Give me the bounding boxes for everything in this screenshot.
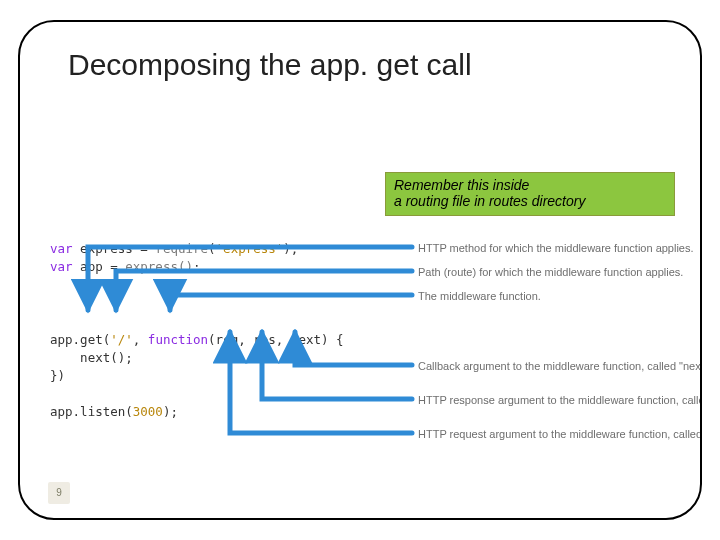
callout-line-1: Remember this inside xyxy=(394,177,666,193)
label-res-arg: HTTP response argument to the middleware… xyxy=(418,394,702,406)
label-req-arg: HTTP request argument to the middleware … xyxy=(418,428,702,440)
obj-app: app xyxy=(50,332,73,347)
label-middleware-fn: The middleware function. xyxy=(418,290,541,302)
str-express-arg: 'express' xyxy=(216,241,284,256)
str-path: '/' xyxy=(110,332,133,347)
label-next-arg: Callback argument to the middleware func… xyxy=(418,360,702,372)
kw-var2: var xyxy=(50,259,73,274)
code-block: var express = require('express'); var ap… xyxy=(50,240,344,421)
body-next: next(); xyxy=(50,350,133,365)
callout-box: Remember this inside a routing file in r… xyxy=(385,172,675,216)
fn-params: (req, res, next) xyxy=(208,332,328,347)
obj-app2: app xyxy=(50,404,73,419)
num-port: 3000 xyxy=(133,404,163,419)
label-http-method: HTTP method for which the middleware fun… xyxy=(418,242,694,254)
method-get: get xyxy=(80,332,103,347)
kw-var: var xyxy=(50,241,73,256)
slide-title: Decomposing the app. get call xyxy=(68,48,472,82)
callout-line-2: a routing file in routes directory xyxy=(394,193,666,209)
fn-express-call: express() xyxy=(125,259,193,274)
page-number-badge: 9 xyxy=(48,482,70,504)
slide-frame: Decomposing the app. get call Remember t… xyxy=(18,20,702,520)
method-listen: listen xyxy=(80,404,125,419)
close-brace: }) xyxy=(50,368,65,383)
kw-function: function xyxy=(148,332,208,347)
fn-require: require xyxy=(155,241,208,256)
label-path-route: Path (route) for which the middleware fu… xyxy=(418,266,683,278)
id-app: app xyxy=(80,259,103,274)
id-express: express xyxy=(80,241,133,256)
